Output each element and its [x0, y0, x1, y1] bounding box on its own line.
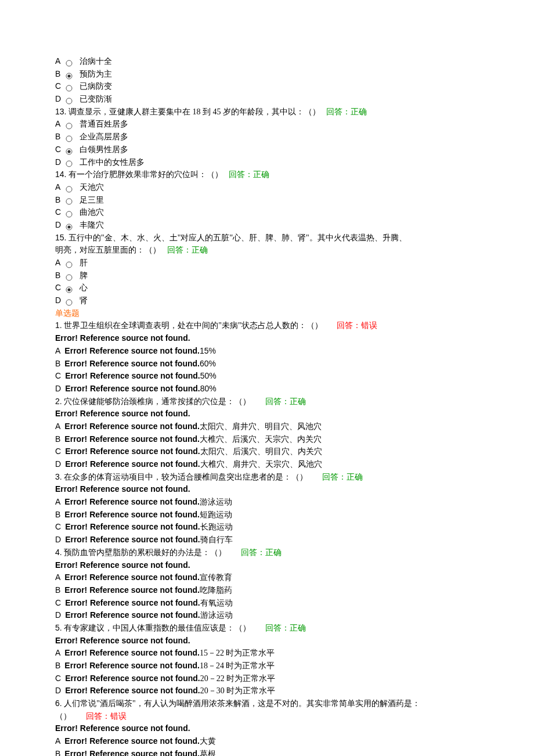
feedback-label: 回答：: [265, 624, 290, 632]
feedback-label: 回答：: [86, 712, 110, 721]
option-row[interactable]: B足三里: [55, 194, 479, 207]
option-row[interactable]: A Error! Reference source not found.宣传教育: [55, 571, 479, 584]
radio-unselected-icon[interactable]: [66, 297, 73, 304]
radio-unselected-icon[interactable]: [66, 184, 73, 191]
svg-point-19: [66, 300, 72, 305]
question-number: 4.: [55, 548, 62, 557]
question-stem: 预防血管内壁脂肪的累积最好的办法是：（）: [64, 548, 226, 557]
radio-unselected-icon[interactable]: [66, 96, 73, 103]
error-text: Error! Reference source not found.: [55, 332, 479, 345]
question-b1: 1. 世界卫生组织在全球调查表明，处在中间的"未病"状态占总人数的：（） 回答：…: [55, 319, 479, 332]
option-text: 20－30 时为正常水平: [200, 686, 276, 695]
radio-unselected-icon[interactable]: [66, 159, 73, 165]
option-row[interactable]: B Error! Reference source not found.短跑运动: [55, 509, 479, 521]
question-stem-b: （）: [55, 712, 71, 721]
option-row[interactable]: B Error! Reference source not found.吃降脂药: [55, 584, 479, 597]
option-letter: D: [55, 219, 62, 232]
question-number: 13.: [55, 107, 66, 116]
radio-unselected-icon[interactable]: [66, 58, 73, 65]
option-letter: D: [55, 686, 61, 695]
option-row[interactable]: C Error! Reference source not found.太阳穴、…: [55, 445, 479, 458]
option-row[interactable]: C心: [55, 282, 479, 294]
option-text: 肝: [80, 257, 88, 269]
option-text: 普通百姓居多: [80, 118, 128, 131]
radio-selected-icon[interactable]: [66, 71, 73, 78]
svg-point-18: [67, 289, 70, 291]
feedback-value: 正确: [351, 107, 367, 116]
option-row[interactable]: D丰隆穴: [55, 219, 479, 232]
option-row[interactable]: A Error! Reference source not found.15%: [55, 345, 479, 358]
option-row[interactable]: B Error! Reference source not found.葛根: [55, 748, 479, 756]
option-row[interactable]: A Error! Reference source not found.太阳穴、…: [55, 420, 479, 433]
error-text: Error! Reference source not found.: [64, 359, 200, 368]
option-row[interactable]: B Error! Reference source not found.18－2…: [55, 660, 479, 672]
option-row[interactable]: D 已变防渐: [55, 93, 479, 106]
option-letter: C: [55, 282, 62, 294]
question-number: 6.: [55, 699, 62, 708]
option-row[interactable]: D Error! Reference source not found.80%: [55, 383, 479, 395]
option-row[interactable]: B企业高层居多: [55, 131, 479, 143]
option-row[interactable]: D工作中的女性居多: [55, 156, 479, 169]
feedback-value: 正确: [347, 473, 363, 481]
option-row[interactable]: C Error! Reference source not found.有氧运动: [55, 597, 479, 610]
radio-unselected-icon[interactable]: [66, 260, 73, 267]
radio-unselected-icon[interactable]: [66, 196, 73, 203]
feedback-label: 回答：: [322, 473, 347, 481]
question-number: 2.: [55, 397, 62, 406]
question-number: 14.: [55, 170, 66, 179]
option-row[interactable]: B Error! Reference source not found.大椎穴、…: [55, 433, 479, 446]
error-text: Error! Reference source not found.: [64, 749, 200, 756]
option-letter: B: [55, 434, 60, 444]
option-text: 心: [80, 282, 88, 294]
option-letter: B: [55, 749, 60, 756]
radio-selected-icon[interactable]: [66, 146, 73, 153]
option-row[interactable]: C Error! Reference source not found.20－2…: [55, 672, 479, 685]
radio-unselected-icon[interactable]: [66, 272, 73, 279]
qb5-options: A Error! Reference source not found.15－2…: [55, 647, 479, 697]
option-text: 短跑运动: [200, 510, 232, 519]
radio-selected-icon[interactable]: [66, 222, 73, 229]
question-15-cont: 明亮，对应五脏里面的：（） 回答：正确: [55, 244, 479, 257]
option-row[interactable]: A Error! Reference source not found.15－2…: [55, 647, 479, 660]
svg-point-14: [67, 225, 70, 228]
error-text: Error! Reference source not found.: [64, 573, 200, 582]
option-row[interactable]: C Error! Reference source not found.50%: [55, 370, 479, 383]
error-text: Error! Reference source not found.: [64, 585, 200, 595]
option-row[interactable]: A 治病十全: [55, 55, 479, 68]
option-text: 宣传教育: [200, 573, 232, 582]
option-row[interactable]: D Error! Reference source not found.大椎穴、…: [55, 458, 479, 471]
option-row[interactable]: C曲池穴: [55, 206, 479, 219]
option-text: 已变防渐: [80, 93, 112, 106]
error-text: Error! Reference source not found.: [64, 422, 200, 431]
radio-selected-icon[interactable]: [66, 285, 73, 291]
option-row[interactable]: B 预防为主: [55, 68, 479, 81]
option-text: 企业高层居多: [80, 131, 128, 143]
option-text: 15%: [200, 346, 216, 355]
option-row[interactable]: A Error! Reference source not found.大黄: [55, 735, 479, 748]
option-text: 50%: [200, 371, 217, 380]
radio-unselected-icon[interactable]: [66, 134, 73, 141]
feedback-label: 回答：: [337, 321, 361, 330]
option-row[interactable]: C Error! Reference source not found.长跑运动: [55, 521, 479, 534]
option-row[interactable]: B Error! Reference source not found.60%: [55, 358, 479, 370]
option-row[interactable]: D Error! Reference source not found.游泳运动: [55, 609, 479, 622]
option-row[interactable]: A Error! Reference source not found.游泳运动: [55, 496, 479, 509]
radio-unselected-icon[interactable]: [66, 209, 73, 216]
error-text: Error! Reference source not found.: [65, 522, 200, 531]
option-row[interactable]: C 已病防变: [55, 80, 479, 93]
option-row[interactable]: A普通百姓居多: [55, 118, 479, 131]
option-row[interactable]: B脾: [55, 269, 479, 282]
option-text: 白领男性居多: [80, 143, 128, 156]
option-row[interactable]: D Error! Reference source not found.20－3…: [55, 685, 479, 697]
option-row[interactable]: D肾: [55, 294, 479, 307]
option-row[interactable]: A天池穴: [55, 181, 479, 194]
option-letter: B: [55, 359, 60, 368]
option-row[interactable]: D Error! Reference source not found.骑自行车: [55, 534, 479, 546]
feedback-label: 回答：: [229, 170, 253, 179]
option-row[interactable]: C白领男性居多: [55, 143, 479, 156]
option-text: 骑自行车: [200, 535, 233, 544]
option-text: 20－22 时为正常水平: [200, 674, 276, 683]
radio-unselected-icon[interactable]: [66, 121, 73, 128]
radio-unselected-icon[interactable]: [66, 83, 73, 90]
option-row[interactable]: A肝: [55, 257, 479, 269]
